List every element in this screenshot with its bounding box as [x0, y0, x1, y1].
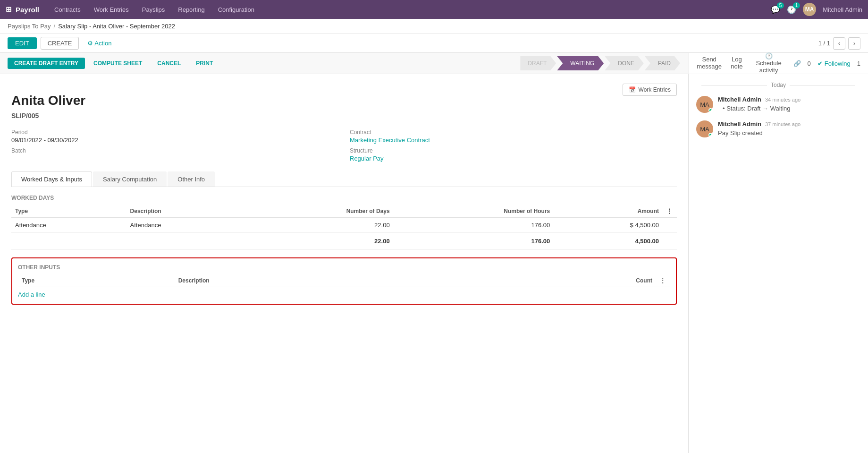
chat-entry-2: MA Mitchell Admin 37 minutes ago Pay Sli… — [696, 120, 860, 137]
compute-sheet-button[interactable]: COMPUTE SHEET — [87, 58, 149, 69]
create-draft-entry-button[interactable]: CREATE DRAFT ENTRY — [8, 58, 85, 69]
next-page-button[interactable]: › — [848, 37, 860, 50]
online-dot-1 — [708, 108, 713, 112]
worked-days-section-label: Worked Days — [11, 195, 677, 201]
chat-author-1: Mitchell Admin — [718, 96, 761, 103]
batch-field: Batch — [11, 147, 338, 162]
row-actions[interactable] — [663, 218, 677, 233]
cancel-button[interactable]: CANCEL — [151, 58, 187, 69]
status-steps: DRAFT WAITING DONE PAID — [520, 56, 681, 70]
contract-value[interactable]: Marketing Executive Contract — [350, 137, 677, 144]
nav-payslips[interactable]: Payslips — [136, 3, 170, 16]
chat-content-2: Pay Slip created — [718, 129, 860, 137]
app-name[interactable]: ⊞ Payroll — [6, 5, 39, 14]
action-menu[interactable]: ⚙ Action — [87, 40, 111, 47]
breadcrumb-parent[interactable]: Payslips To Pay — [8, 23, 51, 30]
nav-reporting[interactable]: Reporting — [172, 3, 210, 16]
form-panel: 📅 Work Entries Anita Oliver SLIP/005 Per… — [0, 74, 689, 453]
tab-worked-days[interactable]: Worked Days & Inputs — [11, 171, 92, 187]
grid-icon: ⊞ — [6, 5, 12, 14]
schedule-activity-button[interactable]: 🕐 Schedule activity — [752, 51, 786, 77]
totals-row: 22.00 176.00 4,500.00 — [11, 233, 677, 250]
msg-toolbar: Send message Log note 🕐 Schedule activit… — [689, 53, 868, 74]
pager: 1 / 1 ‹ › — [818, 37, 860, 50]
row-type: Attendance — [11, 218, 126, 233]
followers-icon: 🔗 — [793, 60, 801, 67]
clock-icon: 🕐 — [765, 52, 773, 60]
users-count: 1 — [857, 60, 860, 67]
breadcrumb: Payslips To Pay / Salary Slip - Anita Ol… — [0, 19, 868, 34]
prev-page-button[interactable]: ‹ — [833, 37, 845, 50]
step-waiting[interactable]: WAITING — [557, 56, 604, 70]
work-entries-button[interactable]: 📅 Work Entries — [623, 84, 677, 96]
col-actions-header: ⋮ — [663, 205, 677, 218]
following-button[interactable]: ✔ Following — [817, 60, 851, 67]
chat-time-2: 37 minutes ago — [765, 121, 801, 127]
step-done[interactable]: DONE — [605, 56, 644, 70]
step-paid[interactable]: PAID — [645, 56, 680, 70]
tab-salary-computation[interactable]: Salary Computation — [93, 171, 167, 187]
chat-body-1: Mitchell Admin 34 minutes ago • Status: … — [718, 96, 860, 113]
col-description: Description — [126, 205, 242, 218]
main-layout: 📅 Work Entries Anita Oliver SLIP/005 Per… — [0, 74, 868, 453]
print-button[interactable]: PRINT — [189, 58, 219, 69]
add-line-button[interactable]: Add a line — [18, 291, 45, 298]
total-amount: 4,500.00 — [554, 233, 663, 250]
nav-configuration[interactable]: Configuration — [212, 3, 260, 16]
chat-content-1: • Status: Draft → Waiting — [718, 105, 860, 112]
row-description: Attendance — [126, 218, 242, 233]
structure-value[interactable]: Regular Pay — [350, 155, 677, 162]
avatar[interactable]: MA — [803, 3, 816, 16]
notifications-icon[interactable]: 💬 5 — [771, 5, 780, 14]
oi-col-actions: ⋮ — [656, 274, 670, 287]
send-message-button[interactable]: Send message — [697, 54, 722, 73]
edit-button[interactable]: EDIT — [8, 37, 37, 49]
tab-other-info[interactable]: Other Info — [168, 171, 215, 187]
other-inputs-table: Type Description Count ⋮ — [18, 274, 670, 287]
app-title: Payroll — [16, 6, 39, 14]
step-draft[interactable]: DRAFT — [520, 56, 556, 70]
pager-text: 1 / 1 — [818, 40, 830, 47]
msg-right: 🔗 0 ✔ Following 1 — [793, 60, 860, 67]
nav-work-entries[interactable]: Work Entries — [88, 3, 135, 16]
structure-field: Structure Regular Pay — [350, 147, 677, 162]
chat-body-2: Mitchell Admin 37 minutes ago Pay Slip c… — [718, 120, 860, 137]
oi-col-type: Type — [18, 274, 175, 287]
breadcrumb-current: Salary Slip - Anita Oliver - September 2… — [58, 23, 175, 30]
activities-icon[interactable]: 🕐 1 — [787, 5, 796, 14]
form-fields: Period 09/01/2022 - 09/30/2022 Contract … — [11, 129, 677, 162]
chat-time-1: 34 minutes ago — [765, 97, 801, 103]
nav-contracts[interactable]: Contracts — [49, 3, 86, 16]
row-days: 22.00 — [242, 218, 394, 233]
contract-label: Contract — [350, 129, 677, 136]
slip-number: SLIP/005 — [11, 112, 677, 120]
total-hours: 176.00 — [394, 233, 554, 250]
followers-count: 0 — [808, 60, 811, 67]
top-navigation: ⊞ Payroll Contracts Work Entries Payslip… — [0, 0, 868, 19]
other-inputs-section: Other Inputs Type Description Count ⋮ Ad… — [11, 257, 677, 305]
row-amount: $ 4,500.00 — [554, 218, 663, 233]
tabs: Worked Days & Inputs Salary Computation … — [11, 171, 677, 187]
calendar-icon: 📅 — [629, 86, 636, 93]
today-label: Today — [696, 82, 860, 88]
check-icon: ✔ — [817, 60, 823, 67]
col-days: Number of Days — [242, 205, 394, 218]
chat-panel: Today MA Mitchell Admin 34 minutes ago •… — [689, 74, 868, 453]
breadcrumb-separator: / — [54, 23, 56, 30]
notification-badge: 5 — [777, 2, 784, 9]
create-button[interactable]: CREATE — [41, 37, 79, 50]
action-bar: EDIT CREATE ⚙ Action 1 / 1 ‹ › — [0, 34, 868, 53]
worked-days-table: Type Description Number of Days Number o… — [11, 205, 677, 250]
col-type: Type — [11, 205, 126, 218]
avatar-2: MA — [696, 120, 713, 137]
activities-badge: 1 — [793, 2, 801, 9]
user-name: Mitchell Admin — [823, 6, 862, 13]
chat-entry-1: MA Mitchell Admin 34 minutes ago • Statu… — [696, 96, 860, 113]
chat-author-2: Mitchell Admin — [718, 120, 761, 128]
col-amount: Amount — [554, 205, 663, 218]
oi-col-count: Count — [472, 274, 656, 287]
log-note-button[interactable]: Log note — [729, 54, 744, 73]
col-hours: Number of Hours — [394, 205, 554, 218]
period-field: Period 09/01/2022 - 09/30/2022 — [11, 129, 338, 144]
period-value: 09/01/2022 - 09/30/2022 — [11, 137, 338, 144]
